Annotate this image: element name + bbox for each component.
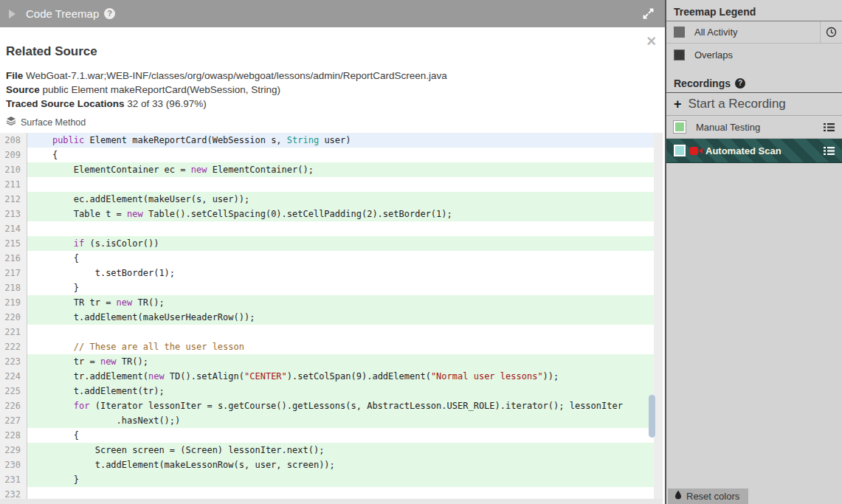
line-number: 215 [0, 236, 27, 251]
panel-title: Code Treemap [26, 7, 99, 20]
recordings-heading: Recordings ? [666, 72, 842, 93]
code-text: t.setBorder(1); [27, 266, 654, 280]
traced-label: Traced Source Locations [6, 98, 125, 109]
code-text: { [27, 251, 654, 266]
help-icon[interactable]: ? [104, 8, 115, 19]
code-line: 214 [0, 221, 654, 236]
manual-testing-swatch [674, 121, 686, 133]
code-vscroll-thumb[interactable] [649, 395, 655, 438]
app-root: Code Treemap ? × Related Source File Web… [0, 0, 842, 504]
code-text: Table t = new Table().setCellSpacing(0).… [27, 207, 654, 221]
line-number: 224 [0, 369, 27, 384]
code-line: 219 TR tr = new TR(); [0, 295, 654, 310]
recordings-help-icon[interactable]: ? [735, 78, 745, 89]
code-text: t.addElement(makeUserHeaderRow()); [27, 310, 654, 325]
close-icon[interactable]: × [646, 35, 656, 48]
code-line: 229 Screen screen = (Screen) lessonIter.… [0, 443, 654, 458]
expand-icon[interactable] [642, 7, 655, 20]
code-text: t.addElement(makeLessonRow(s, user, scre… [27, 458, 654, 472]
layers-icon [6, 116, 16, 128]
surface-method-tag: Surface Method [6, 116, 656, 128]
manual-testing-label: Manual Testing [696, 122, 760, 133]
tint-drop-icon [674, 490, 682, 502]
start-recording-label: Start a Recording [689, 97, 786, 111]
treemap-legend-heading: Treemap Legend [666, 0, 842, 21]
video-camera-icon [690, 146, 703, 156]
start-recording-button[interactable]: + Start a Recording [666, 93, 842, 116]
treemap-legend-title: Treemap Legend [674, 6, 756, 18]
line-number: 218 [0, 280, 27, 295]
line-number: 214 [0, 221, 27, 236]
reset-colors-button[interactable]: Reset colors [668, 489, 748, 504]
file-value: WebGoat-7.1.war;WEB-INF/classes/org/owas… [26, 70, 447, 81]
related-source-title: Related Source [6, 44, 656, 59]
code-line: 227 .hasNext();) [0, 413, 654, 428]
code-line: 223 tr = new TR(); [0, 354, 654, 369]
all-activity-label: All Activity [694, 27, 738, 38]
code-text: } [27, 472, 654, 487]
overlaps-swatch [674, 49, 685, 61]
code-line: 225 t.addElement(tr); [0, 384, 654, 398]
code-vscroll-track[interactable] [654, 133, 663, 500]
code-line: 226 for (Iterator lessonIter = s.getCour… [0, 398, 654, 413]
line-number: 227 [0, 413, 27, 428]
file-line: File WebGoat-7.1.war;WEB-INF/classes/org… [6, 69, 656, 83]
clock-icon[interactable] [820, 21, 842, 43]
code-line: 224 tr.addElement(new TD().setAlign("CEN… [0, 369, 654, 384]
traced-value: 32 of 33 (96.97%) [127, 98, 206, 109]
code-line: 222 // These are all the user lesson [0, 339, 654, 354]
code-text: { [27, 148, 654, 162]
collapse-triangle-icon[interactable] [9, 10, 15, 18]
related-source-panel: × Related Source File WebGoat-7.1.war;WE… [0, 27, 665, 504]
automated-scan-label: Automated Scan [705, 145, 781, 156]
legend-item-all-activity[interactable]: All Activity [666, 21, 842, 44]
code-text: t.addElement(tr); [27, 384, 654, 398]
list-menu-icon[interactable] [824, 146, 835, 156]
reset-colors-label: Reset colors [686, 491, 739, 502]
code-line: 215 if (s.isColor()) [0, 236, 654, 251]
code-line: 217 t.setBorder(1); [0, 266, 654, 280]
line-number: 222 [0, 339, 27, 354]
line-number: 229 [0, 443, 27, 458]
code-line: 209 { [0, 148, 654, 162]
sidebar: Treemap Legend All Activity Overlaps Rec… [665, 0, 842, 504]
traced-line: Traced Source Locations 32 of 33 (96.97%… [6, 97, 656, 111]
code-text [27, 487, 654, 500]
recording-item-manual-testing[interactable]: Manual Testing [666, 116, 842, 139]
code-text: if (s.isColor()) [27, 236, 654, 251]
line-number: 212 [0, 192, 27, 207]
line-number: 208 [0, 133, 27, 148]
line-number: 226 [0, 398, 27, 413]
line-number: 223 [0, 354, 27, 369]
code-lines: 208 public Element makeReportCard(WebSes… [0, 133, 654, 500]
treemap-titlebar: Code Treemap ? [0, 0, 665, 27]
line-number: 228 [0, 428, 27, 443]
code-line: 221 [0, 325, 654, 339]
legend-item-overlaps[interactable]: Overlaps [666, 44, 842, 66]
code-line: 208 public Element makeReportCard(WebSes… [0, 133, 654, 148]
code-line: 210 ElementContainer ec = new ElementCon… [0, 162, 654, 177]
file-label: File [6, 70, 23, 81]
code-line: 220 t.addElement(makeUserHeaderRow()); [0, 310, 654, 325]
recording-item-automated-scan[interactable]: Automated Scan [666, 139, 842, 163]
code-text: .hasNext();) [27, 413, 654, 428]
all-activity-swatch [674, 27, 685, 38]
related-source-meta: Related Source File WebGoat-7.1.war;WEB-… [0, 27, 665, 134]
source-label: Source [6, 84, 40, 95]
code-text: // These are all the user lesson [27, 339, 654, 354]
code-text: } [27, 280, 654, 295]
code-hscroll-track[interactable] [0, 499, 663, 504]
code-line: 211 [0, 177, 654, 192]
code-text [27, 325, 654, 339]
code-text: ElementContainer ec = new ElementContain… [27, 162, 654, 177]
code-line: 218 } [0, 280, 654, 295]
code-text: for (Iterator lessonIter = s.getCourse()… [27, 398, 654, 413]
code-line: 228 { [0, 428, 654, 443]
source-value: public Element makeReportCard(WebSession… [43, 84, 280, 95]
code-line: 216 { [0, 251, 654, 266]
code-line: 213 Table t = new Table().setCellSpacing… [0, 207, 654, 221]
code-line: 231 } [0, 472, 654, 487]
code-text: public Element makeReportCard(WebSession… [27, 133, 654, 148]
line-number: 219 [0, 295, 27, 310]
list-menu-icon[interactable] [824, 122, 835, 132]
